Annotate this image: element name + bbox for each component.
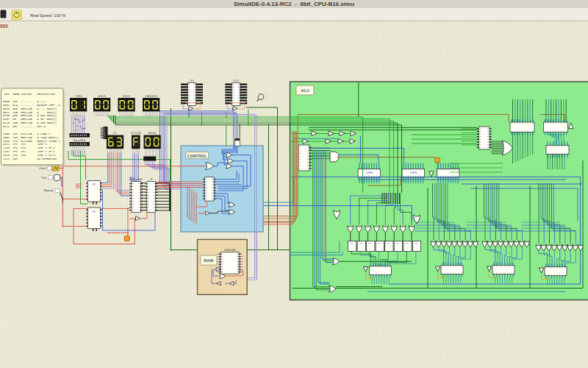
svg-text:DATA RAM: DATA RAM	[224, 249, 236, 252]
svg-text:1011 JPI JPI JUMP I: 1011 JPI JPI JUMP I	[3, 143, 47, 146]
svg-text:0010 ADD REM+LDR A + RAM: 0010 ADD REM+LDR A + RAM(I)	[3, 107, 57, 110]
svg-text:OPCODE: OPCODE	[130, 132, 141, 135]
svg-text:1010 STM OLV+wRR RAM(I) ST: 1010 STM OLV+wRR RAM(I) STORE Y	[3, 140, 60, 143]
svg-text:0000 INC -------- A + 1: 0000 INC -------- A + 1	[3, 100, 46, 103]
svg-text:OLD: OLD	[190, 79, 195, 82]
svg-text:0001 RLA -------- ROTATE LE: 0001 RLA -------- ROTATE LEFT A	[3, 104, 60, 107]
svg-text:1100 JPZ JPZ JUMP I IF: 1100 JPZ JPZ JUMP I IF Z	[3, 146, 56, 149]
svg-text:SimulIDE-0.4.13-RC2 - 8bit_C: SimulIDE-0.4.13-RC2 - 8bit_CPU-B16.simu	[234, 1, 354, 7]
svg-text:0011 SUB REM+LDR A - RAM: 0011 SUB REM+LDR A - RAM(I)	[3, 111, 57, 114]
svg-text:PC: PC	[113, 132, 117, 135]
svg-text:0110 XOR REM+LDR A XOR RAM: 0110 XOR REM+LDR A XOR RAM(I)	[3, 121, 57, 124]
svg-text:000: 000	[0, 24, 8, 29]
svg-text:OLDV: OLDV	[233, 79, 240, 82]
svg-text:ALU: ALU	[301, 88, 309, 93]
svg-text:B-BUS: B-BUS	[123, 95, 131, 98]
svg-text:X-REG: X-REG	[365, 171, 373, 174]
svg-text:1001 LDM REM+LDA A LOAD RA: 1001 LDM REM+LDA A LOAD RAM(I)	[3, 136, 58, 139]
svg-text:Tick: Tick	[41, 177, 46, 180]
svg-text:Manual: Manual	[44, 189, 54, 192]
svg-text:0100 AND REM+LDR A AND RAM: 0100 AND REM+LDR A AND RAM(I)	[3, 114, 57, 117]
svg-text:1111 NOP NO OPERAT: 1111 NOP NO OPERATION	[3, 158, 57, 160]
svg-text:PC: PC	[93, 210, 96, 213]
svg-text:DATA-BUS: DATA-BUS	[145, 95, 157, 98]
svg-text:CONTROL: CONTROL	[187, 154, 207, 158]
svg-text:PC: PC	[93, 183, 96, 186]
svg-text:RAM: RAM	[204, 258, 213, 263]
svg-text:BIN NAME CONTROL DESCRIPTIO: BIN NAME CONTROL DESCRIPTION	[3, 93, 55, 96]
svg-text:1101 JPC JPC JUMP I IF: 1101 JPC JPC JUMP I IF C	[3, 150, 56, 153]
svg-text:ARG(I): ARG(I)	[148, 132, 157, 135]
svg-text:Real Speed: 100 %: Real Speed: 100 %	[30, 13, 65, 18]
svg-text:1000 LDI OLD+LDA A LOAD I: 1000 LDI OLD+LDA A LOAD I	[3, 132, 50, 135]
svg-text:Clock: Clock	[39, 167, 46, 170]
svg-text:0101 OR REM+LDR A OR RAM: 0101 OR REM+LDR A OR RAM(I)	[3, 118, 57, 121]
svg-text:0111 NOT -------- NOT A: 0111 NOT -------- NOT A	[3, 125, 46, 128]
svg-text:PROG-MEM: PROG-MEM	[130, 178, 143, 181]
svg-text:Y-REG: Y-REG	[74, 95, 82, 98]
svg-text:X-REG: X-REG	[409, 171, 417, 174]
svg-text:A-BUS: A-BUS	[98, 95, 106, 98]
svg-text:StatusREG: StatusREG	[74, 139, 86, 142]
svg-text:1110 JPN JPN JUMP I IF: 1110 JPN JPN JUMP I IF N	[3, 154, 55, 157]
